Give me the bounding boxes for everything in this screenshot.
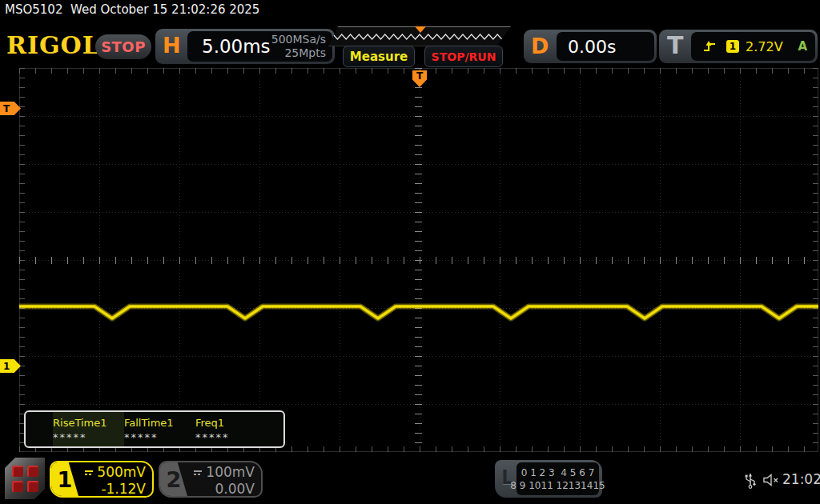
trigger-settings-box[interactable]: T 1 2.72V A — [659, 30, 818, 63]
memory-depth: 25Mpts — [271, 46, 326, 60]
timebase-panel: 5.00ms 500MSa/s 25Mpts — [187, 31, 332, 62]
channel-1-number: 1 — [51, 462, 78, 496]
rising-edge-icon — [702, 40, 717, 53]
menu-square — [12, 481, 23, 492]
menu-square — [27, 466, 38, 477]
dc-coupling-icon — [85, 470, 93, 475]
trigger-panel: 1 2.72V A — [691, 32, 815, 61]
measurement-freq[interactable]: Freq1 ***** — [195, 412, 267, 446]
overview-trigger-position-icon — [415, 26, 426, 33]
waveform-overview-strip[interactable] — [328, 26, 511, 46]
delay-settings-box[interactable]: D 0.00s — [524, 30, 657, 63]
trigger-level-value: 2.72V — [746, 39, 783, 54]
channel-1-offset: -1.12V — [85, 481, 146, 498]
d-label: D — [531, 34, 549, 58]
delay-panel: 0.00s — [557, 32, 654, 61]
channel-2-offset: 0.00V — [194, 481, 255, 498]
stop-run-button[interactable]: STOP/RUN — [424, 46, 503, 67]
measurement-label: Freq1 — [195, 417, 267, 429]
logic-channels-box[interactable]: L 0 1 2 3 4 5 6 7 8 9 1011 12131415 — [495, 460, 602, 498]
measurement-value: ***** — [124, 431, 195, 443]
acquisition-stop-badge[interactable]: STOP — [95, 34, 151, 59]
t-label: T — [667, 31, 683, 59]
sample-rate: 500MSa/s — [271, 33, 326, 46]
speaker-muted-icon[interactable] — [762, 471, 781, 489]
channel-1-scale: 500mV — [97, 464, 146, 481]
rigol-logo: RIGOL — [6, 31, 100, 59]
measurement-value: ***** — [195, 431, 267, 443]
timebase-value: 5.00ms — [202, 36, 271, 57]
delay-value: 0.00s — [568, 37, 616, 57]
measurement-label: RiseTime1 — [53, 417, 124, 429]
main-menu-icon[interactable] — [5, 458, 45, 499]
logic-channel-list: 0 1 2 3 4 5 6 7 8 9 1011 12131415 — [517, 462, 599, 495]
logic-row-2: 8 9 1011 12131415 — [510, 479, 605, 492]
trigger-sweep-mode: A — [798, 39, 807, 54]
h-label: H — [163, 33, 181, 58]
graticule-area[interactable] — [19, 68, 818, 452]
measurement-value: ***** — [53, 431, 124, 443]
measure-button[interactable]: Measure — [343, 46, 415, 67]
measurement-risetime[interactable]: RiseTime1 ***** — [53, 412, 124, 446]
menu-square — [27, 481, 38, 492]
status-title: MSO5102 Wed October 15 21:02:26 2025 — [5, 2, 259, 17]
measurement-label: FallTime1 — [124, 417, 195, 429]
measurement-falltime[interactable]: FallTime1 ***** — [124, 412, 195, 446]
channel-1-status-box[interactable]: 1 500mV -1.12V — [50, 461, 154, 498]
dc-coupling-icon — [194, 470, 202, 475]
sample-rate-block: 500MSa/s 25Mpts — [271, 33, 326, 60]
channel-2-number: 2 — [160, 462, 187, 496]
trigger-source-badge: 1 — [726, 40, 739, 53]
measurement-results-overlay[interactable]: RiseTime1 ***** FallTime1 ***** Freq1 **… — [24, 410, 285, 448]
channel-2-scale: 100mV — [206, 464, 255, 481]
clock: 21:02 — [782, 471, 820, 487]
ch1-ground-marker[interactable]: 1 — [0, 359, 21, 373]
menu-square — [12, 466, 23, 477]
logic-row-1: 0 1 2 3 4 5 6 7 — [521, 466, 595, 479]
usb-icon — [744, 470, 757, 490]
trigger-level-marker[interactable]: T — [0, 102, 21, 115]
horizontal-settings-box[interactable]: H 5.00ms 500MSa/s 25Mpts — [155, 29, 335, 64]
ch1-waveform — [19, 68, 818, 452]
channel-2-status-box[interactable]: 2 100mV 0.00V — [159, 461, 263, 498]
